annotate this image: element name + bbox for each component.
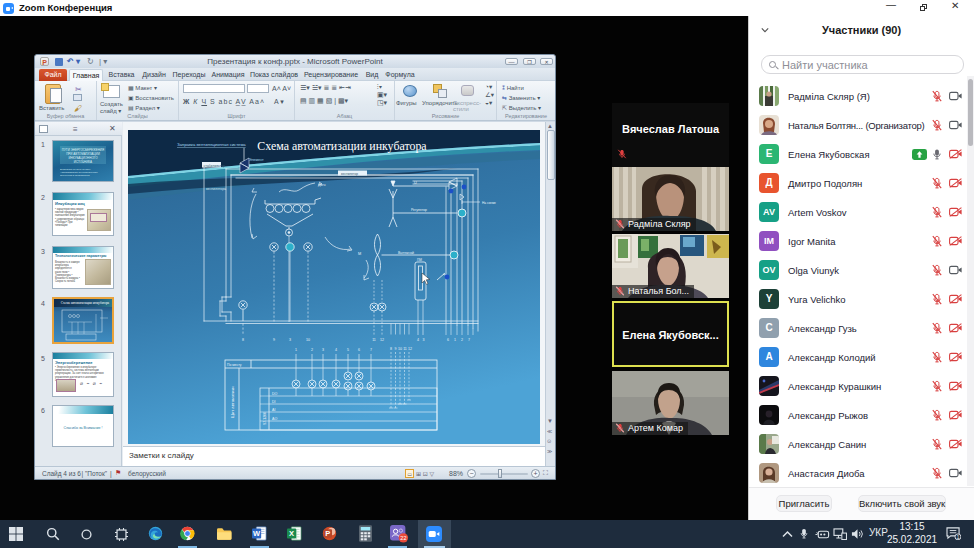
svg-text:вентилятора: вентилятора [206,187,226,191]
svg-text:11: 11 [403,347,407,351]
svg-text:4: 4 [417,338,419,342]
svg-text:6: 6 [447,338,449,342]
svg-text:Регулятор: Регулятор [411,208,427,212]
svg-text:S7-1200: S7-1200 [263,412,267,425]
svg-text:5: 5 [347,348,349,352]
svg-text:7: 7 [370,348,372,352]
svg-text:W: W [253,529,261,538]
svg-text:AO: AO [272,417,277,421]
svg-text:1: 1 [454,338,456,342]
svg-text:2: 2 [461,338,463,342]
svg-text:Схема автоматизации инкубато: Схема автоматизации инкубатора [257,139,427,153]
svg-text:9: 9 [395,347,397,351]
svg-text:DO: DO [272,392,278,396]
svg-text:Щит автоматики: Щит автоматики [230,386,235,418]
svg-text:10: 10 [306,338,310,342]
svg-text:стабилизатор: стабилизатор [204,164,226,168]
svg-text:Заправка вентиляционная систем: Заправка вентиляционная система [177,142,246,147]
svg-text:7: 7 [468,338,470,342]
svg-text:9: 9 [273,338,275,342]
svg-text:1: 1 [956,534,959,540]
svg-text:X: X [289,529,294,538]
svg-text:AI: AI [272,408,275,412]
svg-text:DI: DI [272,400,276,404]
svg-text:1: 1 [295,348,297,352]
svg-text:Вытяжной: Вытяжной [398,251,414,255]
svg-text:U: U [414,181,417,185]
svg-text:вентилятор: вентилятор [341,172,358,176]
svg-text:6: 6 [358,348,360,352]
svg-text:3: 3 [423,338,425,342]
svg-text:10: 10 [398,347,402,351]
svg-text:Элемент: Элемент [249,158,264,162]
svg-text:М: М [358,252,361,256]
svg-text:8: 8 [390,347,392,351]
svg-text:P: P [325,529,330,538]
svg-text:На схеме: На схеме [482,201,496,205]
svg-text:3: 3 [289,338,291,342]
svg-text:8: 8 [242,338,244,342]
svg-text:12: 12 [408,347,412,351]
svg-text:По месту: По месту [227,363,242,367]
svg-text:11: 11 [372,338,376,342]
svg-text:3: 3 [322,348,324,352]
svg-text:22: 22 [400,535,406,541]
svg-text:12: 12 [380,338,384,342]
svg-text:ПМ: ПМ [417,258,422,262]
svg-text:2: 2 [311,348,313,352]
svg-text:4: 4 [335,348,337,352]
